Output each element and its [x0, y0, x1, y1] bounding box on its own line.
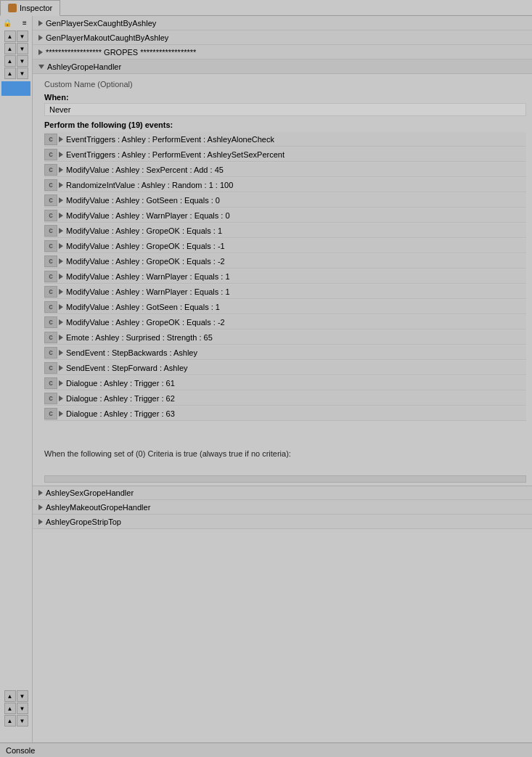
- c-btn-18[interactable]: c: [44, 408, 57, 420]
- event-row-8[interactable]: c ModifyValue : Ashley : GropeOK : Equal…: [44, 254, 526, 269]
- up-btn-3[interactable]: ▲: [4, 55, 16, 67]
- horizontal-scrollbar[interactable]: [44, 475, 526, 483]
- c-btn-16[interactable]: c: [44, 377, 57, 389]
- top-item-3[interactable]: ****************** GROPES **************…: [33, 45, 532, 60]
- down-btn-b3[interactable]: ▼: [17, 715, 28, 727]
- up-btn-4[interactable]: ▲: [4, 67, 16, 79]
- nav-row-4: ▲ ▼: [4, 67, 28, 79]
- c-btn-4[interactable]: c: [44, 195, 57, 206]
- event-row-6[interactable]: c ModifyValue : Ashley : GropeOK : Equal…: [44, 224, 526, 238]
- nav-row-bottom-1: ▲ ▼: [4, 690, 28, 702]
- event-row-3[interactable]: c RandomizeIntValue : Ashley : Random : …: [44, 178, 526, 192]
- console-label: Console: [6, 746, 35, 755]
- left-panel: 🔒 ≡ ▲ ▼ ▲ ▼ ▲ ▼ ▲ ▼: [0, 16, 33, 742]
- event-row-10[interactable]: c ModifyValue : Ashley : WarnPlayer : Eq…: [44, 285, 526, 299]
- event-row-15[interactable]: c SendEvent : StepForward : Ashley: [44, 361, 526, 375]
- c-btn-3[interactable]: c: [44, 179, 57, 191]
- top-item-1[interactable]: GenPlayerSexCaughtByAshley: [33, 16, 532, 30]
- up-btn-2[interactable]: ▲: [4, 43, 16, 54]
- down-btn-b1[interactable]: ▼: [17, 690, 28, 702]
- triangle-e9: [59, 274, 63, 279]
- component-header[interactable]: AshleyGropeHandler: [33, 60, 532, 74]
- event-row-0[interactable]: c EventTriggers : Ashley : PerformEvent …: [44, 132, 526, 147]
- c-btn-6[interactable]: c: [44, 225, 57, 237]
- up-btn-b2[interactable]: ▲: [4, 703, 16, 714]
- down-btn-1[interactable]: ▼: [17, 30, 28, 42]
- triangle-e10: [59, 289, 63, 295]
- c-btn-10[interactable]: c: [44, 286, 57, 298]
- down-btn-3[interactable]: ▼: [17, 55, 28, 67]
- triangle-e17: [59, 396, 63, 401]
- blue-highlight: [1, 81, 30, 96]
- inspector-tab[interactable]: Inspector: [0, 0, 60, 16]
- lock-icon[interactable]: 🔒: [1, 17, 13, 29]
- when-value: Never: [49, 105, 70, 114]
- when-value-box[interactable]: Never: [44, 103, 526, 116]
- c-btn-12[interactable]: c: [44, 316, 57, 328]
- c-btn-1[interactable]: c: [44, 149, 57, 160]
- bottom-item-2[interactable]: AshleyMakeoutGropeHandler: [33, 500, 532, 515]
- event-text-13: Emote : Ashley : Surprised : Strength : …: [66, 333, 213, 342]
- up-btn-b3[interactable]: ▲: [4, 715, 16, 727]
- bottom-item-1[interactable]: AshleySexGropeHandler: [33, 486, 532, 500]
- event-row-5[interactable]: c ModifyValue : Ashley : WarnPlayer : Eq…: [44, 208, 526, 223]
- event-row-17[interactable]: c Dialogue : Ashley : Trigger : 62: [44, 391, 526, 406]
- top-item-2[interactable]: GenPlayerMakoutCaughtByAshley: [33, 30, 532, 45]
- inspector-tab-icon: [8, 4, 17, 12]
- event-row-7[interactable]: c ModifyValue : Ashley : GropeOK : Equal…: [44, 239, 526, 253]
- triangle-b1: [38, 490, 43, 496]
- menu-icon[interactable]: ≡: [19, 17, 30, 29]
- c-btn-8[interactable]: c: [44, 255, 57, 267]
- nav-row-bottom-3: ▲ ▼: [4, 715, 28, 727]
- custom-name-row: Custom Name (Optional): [44, 77, 526, 91]
- c-btn-9[interactable]: c: [44, 271, 57, 282]
- console-bar[interactable]: Console: [0, 742, 532, 757]
- c-btn-0[interactable]: c: [44, 134, 57, 145]
- when-label: When:: [44, 93, 69, 102]
- event-row-2[interactable]: c ModifyValue : Ashley : SexPercent : Ad…: [44, 163, 526, 177]
- c-btn-13[interactable]: c: [44, 332, 57, 343]
- triangle-e0: [59, 136, 63, 142]
- event-text-14: SendEvent : StepBackwards : Ashley: [66, 348, 197, 357]
- c-btn-17[interactable]: c: [44, 393, 57, 404]
- triangle-1: [38, 20, 43, 26]
- events-section-label: Perform the following (19) events:: [44, 120, 526, 129]
- event-row-12[interactable]: c ModifyValue : Ashley : GropeOK : Equal…: [44, 315, 526, 330]
- event-row-11[interactable]: c ModifyValue : Ashley : GotSeen : Equal…: [44, 300, 526, 314]
- event-text-0: EventTriggers : Ashley : PerformEvent : …: [66, 135, 274, 144]
- up-btn-1[interactable]: ▲: [4, 30, 16, 42]
- event-row-16[interactable]: c Dialogue : Ashley : Trigger : 61: [44, 376, 526, 390]
- event-text-9: ModifyValue : Ashley : WarnPlayer : Equa…: [66, 272, 230, 281]
- c-btn-7[interactable]: c: [44, 240, 57, 252]
- triangle-e7: [59, 243, 63, 249]
- down-btn-2[interactable]: ▼: [17, 43, 28, 54]
- up-btn-b1[interactable]: ▲: [4, 690, 16, 702]
- triangle-e12: [59, 319, 63, 325]
- triangle-e6: [59, 228, 63, 234]
- event-row-4[interactable]: c ModifyValue : Ashley : GotSeen : Equal…: [44, 193, 526, 208]
- c-btn-11[interactable]: c: [44, 301, 57, 313]
- inspector-tab-label: Inspector: [20, 4, 52, 12]
- event-text-11: ModifyValue : Ashley : GotSeen : Equals …: [66, 303, 220, 311]
- event-text-10: ModifyValue : Ashley : WarnPlayer : Equa…: [66, 287, 230, 296]
- event-row-1[interactable]: c EventTriggers : Ashley : PerformEvent …: [44, 147, 526, 162]
- down-btn-4[interactable]: ▼: [17, 67, 28, 79]
- bottom-item-3-label: AshleyGropeStripTop: [46, 517, 121, 526]
- component-triangle: [38, 65, 44, 69]
- event-row-9[interactable]: c ModifyValue : Ashley : WarnPlayer : Eq…: [44, 269, 526, 284]
- bottom-item-3[interactable]: AshleyGropeStripTop: [33, 515, 532, 529]
- criteria-label: When the following set of (0) Criteria i…: [44, 446, 526, 461]
- event-text-7: ModifyValue : Ashley : GropeOK : Equals …: [66, 242, 225, 250]
- event-row-18[interactable]: c Dialogue : Ashley : Trigger : 63: [44, 406, 526, 421]
- c-btn-14[interactable]: c: [44, 347, 57, 359]
- event-row-14[interactable]: c SendEvent : StepBackwards : Ashley: [44, 345, 526, 360]
- triangle-2: [38, 35, 43, 41]
- event-text-3: RandomizeIntValue : Ashley : Random : 1 …: [66, 181, 233, 189]
- c-btn-15[interactable]: c: [44, 362, 57, 374]
- c-btn-2[interactable]: c: [44, 164, 57, 176]
- down-btn-b2[interactable]: ▼: [17, 703, 28, 714]
- event-row-13[interactable]: c Emote : Ashley : Surprised : Strength …: [44, 330, 526, 345]
- triangle-e2: [59, 167, 63, 173]
- c-btn-5[interactable]: c: [44, 210, 57, 221]
- event-text-8: ModifyValue : Ashley : GropeOK : Equals …: [66, 257, 225, 266]
